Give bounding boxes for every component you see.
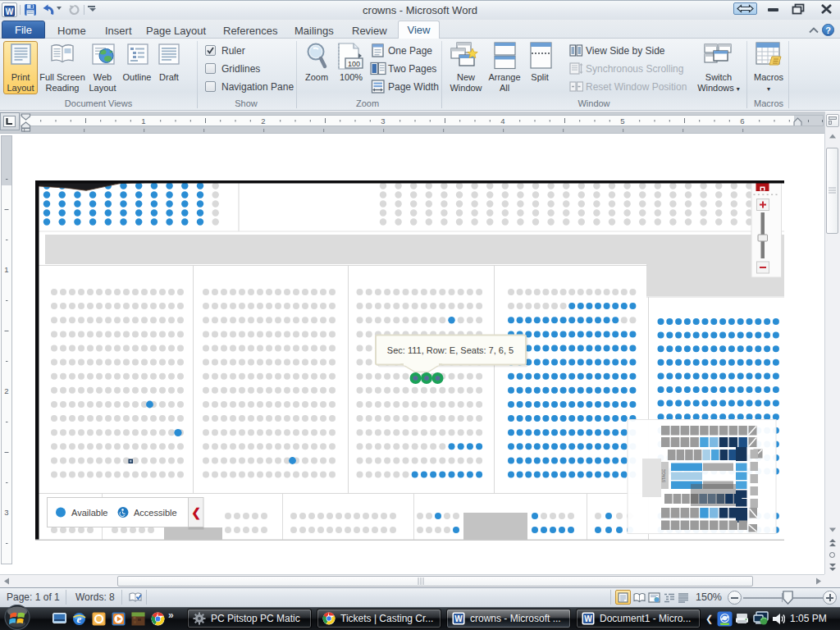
svg-text:Available: Available bbox=[71, 508, 107, 518]
svg-text:4: 4 bbox=[500, 116, 504, 126]
svg-text:2: 2 bbox=[261, 116, 265, 126]
svg-text:1: 1 bbox=[4, 265, 8, 274]
svg-text:5: 5 bbox=[620, 116, 624, 126]
svg-text:STAGE: STAGE bbox=[661, 468, 666, 482]
svg-text:100: 100 bbox=[348, 60, 360, 68]
svg-text:1: 1 bbox=[141, 116, 145, 126]
svg-text:2: 2 bbox=[4, 386, 8, 395]
svg-text:Sec: 111, Row: E, Seats: 7, 6,: Sec: 111, Row: E, Seats: 7, 6, 5 bbox=[387, 345, 514, 355]
svg-text:3: 3 bbox=[4, 508, 8, 517]
svg-text:3: 3 bbox=[381, 116, 385, 126]
svg-text:❮: ❮ bbox=[191, 506, 201, 520]
svg-text:Accessible: Accessible bbox=[134, 508, 177, 518]
svg-text:e: e bbox=[77, 613, 82, 625]
svg-text:6: 6 bbox=[740, 116, 744, 126]
svg-text:W: W bbox=[454, 614, 463, 623]
svg-text:W: W bbox=[584, 614, 592, 623]
